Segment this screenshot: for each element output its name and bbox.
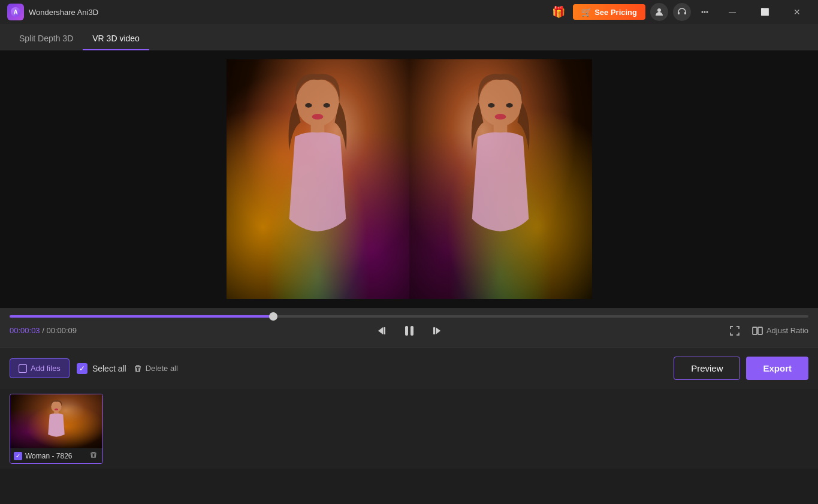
svg-point-15 — [495, 114, 506, 119]
select-all-container[interactable]: ✓ Select all — [77, 363, 126, 374]
skip-forward-button[interactable] — [426, 321, 445, 340]
minimize-button[interactable]: — — [719, 2, 746, 22]
file-delete-button[interactable] — [88, 451, 99, 461]
svg-marker-22 — [436, 327, 440, 334]
video-left-panel — [227, 59, 409, 299]
svg-rect-4 — [684, 12, 686, 14]
right-buttons: Preview Export — [674, 357, 808, 380]
file-checkbox[interactable]: ✓ — [14, 452, 22, 460]
preview-area — [0, 50, 818, 308]
svg-point-10 — [312, 114, 324, 119]
bottom-toolbar: Add files ✓ Select all Delete all Previe… — [0, 347, 818, 389]
file-name: Woman - 7826 — [25, 452, 85, 460]
preview-button[interactable]: Preview — [674, 357, 740, 380]
svg-text:A: A — [13, 9, 17, 16]
file-thumbnail — [10, 394, 102, 448]
headset-icon-btn[interactable] — [673, 3, 691, 21]
svg-point-6 — [704, 11, 706, 13]
svg-point-2 — [657, 8, 661, 12]
tab-vr-3d-video[interactable]: VR 3D video — [83, 28, 149, 50]
title-bar: A Wondershare Ani3D 🎁 🛒 See Pricing — [0, 0, 818, 24]
svg-point-5 — [702, 11, 704, 13]
fullscreen-button[interactable] — [725, 321, 744, 340]
svg-point-17 — [506, 103, 512, 108]
svg-point-11 — [305, 103, 312, 108]
file-browser: ✓ Woman - 7826 — [0, 389, 818, 469]
title-bar-actions: 🎁 🛒 See Pricing — ⬜ — [549, 2, 811, 22]
delete-all-button[interactable]: Delete all — [134, 364, 178, 373]
file-label-row: ✓ Woman - 7826 — [10, 448, 102, 463]
right-controls: Adjust Ratio — [725, 321, 808, 340]
tabs-bar: Split Depth 3D VR 3D video — [0, 24, 818, 50]
add-files-button[interactable]: Add files — [10, 358, 70, 378]
playback-bar: 00:00:03 / 00:00:09 — [0, 308, 818, 347]
progress-fill — [10, 315, 273, 318]
svg-rect-23 — [433, 327, 435, 334]
svg-marker-18 — [378, 327, 383, 334]
tab-split-depth-3d[interactable]: Split Depth 3D — [10, 28, 83, 50]
app-logo: A — [7, 4, 24, 20]
svg-rect-24 — [753, 327, 757, 334]
svg-rect-20 — [405, 326, 408, 336]
svg-rect-26 — [19, 364, 27, 372]
svg-point-7 — [707, 11, 708, 13]
controls-row: 00:00:03 / 00:00:09 — [10, 321, 808, 340]
list-item[interactable]: ✓ Woman - 7826 — [10, 394, 103, 464]
cart-icon: 🛒 — [581, 7, 591, 17]
svg-rect-19 — [384, 327, 385, 334]
menu-icon-btn[interactable] — [696, 3, 714, 21]
select-all-label: Select all — [92, 364, 126, 373]
see-pricing-button[interactable]: 🛒 See Pricing — [573, 4, 645, 20]
playback-controls — [373, 321, 445, 340]
time-display: 00:00:03 / 00:00:09 — [10, 326, 77, 335]
svg-point-12 — [323, 103, 330, 108]
svg-point-16 — [488, 103, 494, 108]
select-all-checkbox[interactable]: ✓ — [77, 363, 87, 374]
user-icon-btn[interactable] — [650, 3, 668, 21]
progress-thumb[interactable] — [269, 312, 277, 321]
svg-rect-21 — [410, 326, 413, 336]
progress-bar[interactable] — [10, 315, 808, 318]
svg-point-29 — [55, 408, 58, 410]
app-title: Wondershare Ani3D — [29, 8, 549, 17]
video-display — [227, 50, 592, 308]
adjust-ratio-button[interactable]: Adjust Ratio — [751, 325, 808, 337]
export-button[interactable]: Export — [746, 357, 808, 380]
maximize-button[interactable]: ⬜ — [751, 2, 778, 22]
video-right-panel — [409, 59, 592, 299]
gift-icon-btn[interactable]: 🎁 — [549, 2, 568, 22]
svg-rect-3 — [678, 12, 680, 14]
skip-back-button[interactable] — [373, 321, 393, 340]
pause-button[interactable] — [400, 321, 419, 340]
close-button[interactable]: ✕ — [783, 2, 811, 22]
svg-rect-25 — [758, 327, 762, 334]
